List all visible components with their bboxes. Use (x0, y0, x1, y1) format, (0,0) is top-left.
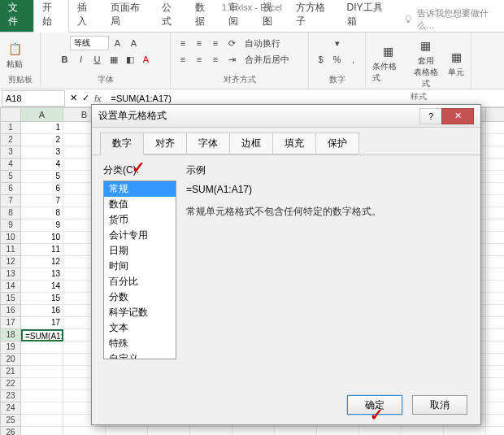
cell[interactable] (21, 402, 63, 415)
tab-file[interactable]: 文件 (0, 0, 33, 32)
cell[interactable] (486, 354, 504, 366)
cell[interactable] (486, 402, 504, 415)
category-item[interactable]: 数值 (104, 197, 176, 212)
enter-formula-icon[interactable]: ✓ (82, 93, 89, 103)
tab-fanggezi[interactable]: 方方格子 (288, 0, 339, 32)
bold-button[interactable]: B (58, 52, 72, 67)
cell[interactable]: 11 (21, 244, 63, 256)
cell[interactable] (317, 427, 359, 435)
cell[interactable]: 8 (21, 207, 63, 220)
cell[interactable] (486, 146, 504, 159)
name-box[interactable] (2, 90, 65, 107)
number-format[interactable]: ▾ (313, 36, 362, 50)
border-button[interactable]: ▦ (106, 52, 121, 67)
cancel-formula-icon[interactable]: ✕ (70, 93, 77, 103)
row-header[interactable]: 4 (0, 159, 21, 171)
cell[interactable] (486, 378, 504, 390)
category-item[interactable]: 自定义 (104, 351, 176, 359)
indent[interactable]: ⇥ (224, 52, 239, 67)
font-color-button[interactable]: A (139, 52, 154, 67)
row-header[interactable]: 7 (0, 195, 21, 207)
cond-format-button[interactable]: ▦ 条件格式 (371, 41, 406, 85)
tab-diy[interactable]: DIY工具箱 (339, 0, 396, 32)
cell[interactable] (148, 427, 190, 435)
row-header[interactable]: 20 (0, 354, 21, 366)
cell[interactable] (486, 134, 504, 146)
merge-center[interactable]: 合并后居中 (241, 52, 293, 67)
cell[interactable] (486, 415, 504, 427)
row-header[interactable]: 21 (0, 366, 21, 378)
cancel-button[interactable]: 取消 (412, 395, 467, 415)
cell[interactable]: 7 (21, 195, 63, 207)
cell[interactable]: 13 (21, 268, 63, 281)
cell[interactable] (486, 281, 504, 293)
row-header[interactable]: 14 (0, 281, 21, 293)
align-center[interactable]: ≡ (192, 52, 206, 67)
cell[interactable] (21, 390, 63, 402)
cell[interactable] (486, 244, 504, 256)
category-list[interactable]: 常规数值货币会计专用日期时间百分比分数科学记数文本特殊自定义 (103, 181, 176, 359)
cell[interactable] (190, 427, 232, 435)
row-header[interactable]: 25 (0, 415, 21, 427)
tab-pagelayout[interactable]: 页面布局 (102, 0, 154, 32)
cell[interactable] (486, 305, 504, 317)
cell[interactable] (21, 341, 63, 354)
dlg-tab-font[interactable]: 字体 (186, 133, 230, 154)
cell[interactable]: 15 (21, 293, 63, 305)
cell[interactable]: 10 (21, 232, 63, 244)
fill-color-button[interactable]: ◧ (123, 52, 137, 67)
row-header[interactable]: 1 (0, 122, 21, 134)
tab-insert[interactable]: 插入 (69, 0, 102, 32)
fx-icon[interactable]: fx (94, 94, 102, 103)
category-item[interactable]: 日期 (104, 243, 176, 259)
align-middle[interactable]: ≡ (192, 36, 206, 50)
cell[interactable] (486, 159, 504, 171)
row-header[interactable]: 22 (0, 378, 21, 390)
cell[interactable] (486, 195, 504, 207)
row-header[interactable]: 19 (0, 341, 21, 354)
wrap-text[interactable]: 自动换行 (241, 36, 285, 50)
row-header[interactable]: 2 (0, 134, 21, 146)
row-header[interactable]: 5 (0, 171, 21, 183)
row-header[interactable]: 17 (0, 317, 21, 329)
paste-button[interactable]: 📋 粘贴 (5, 39, 24, 72)
category-item[interactable]: 特殊 (104, 336, 176, 351)
tab-formulas[interactable]: 公式 (154, 0, 187, 32)
tab-home[interactable]: 开始 (33, 0, 68, 33)
cell[interactable]: 1 (21, 122, 63, 134)
row-header[interactable]: 18 (0, 329, 21, 341)
cell[interactable] (21, 415, 63, 427)
dialog-help-button[interactable]: ? (419, 108, 442, 124)
row-header[interactable]: 10 (0, 232, 21, 244)
cell[interactable] (486, 183, 504, 195)
category-item[interactable]: 时间 (104, 259, 176, 274)
row-header[interactable]: 8 (0, 207, 21, 220)
dialog-close-button[interactable]: ✕ (441, 108, 474, 124)
italic-button[interactable]: I (74, 52, 89, 67)
cell[interactable] (21, 354, 63, 366)
cell[interactable] (486, 329, 504, 341)
cell[interactable] (444, 427, 486, 435)
cell[interactable] (486, 341, 504, 354)
cell[interactable] (486, 122, 504, 134)
row-header[interactable]: 3 (0, 146, 21, 159)
cell[interactable] (106, 427, 148, 435)
align-left[interactable]: ≡ (176, 52, 190, 67)
dlg-tab-fill[interactable]: 填充 (272, 133, 316, 154)
col-header[interactable]: L (486, 107, 504, 122)
currency-button[interactable]: $ (314, 52, 328, 67)
cell[interactable]: 9 (21, 220, 63, 232)
cell[interactable]: 12 (21, 256, 63, 268)
category-item[interactable]: 货币 (104, 212, 176, 228)
cell[interactable] (21, 366, 63, 378)
ok-button[interactable]: 确定 (347, 395, 402, 415)
cell[interactable] (232, 427, 275, 435)
cell-style-button[interactable]: ▦ 单元 (446, 47, 466, 80)
font-size-inc[interactable]: A (111, 36, 125, 50)
cell[interactable] (486, 390, 504, 402)
dialog-titlebar[interactable]: 设置单元格格式 ? ✕ (92, 105, 480, 128)
cell[interactable]: =SUM(A1:A17) (21, 329, 63, 341)
dlg-tab-protect[interactable]: 保护 (315, 133, 359, 154)
category-item[interactable]: 常规 (104, 181, 176, 197)
align-bottom[interactable]: ≡ (208, 36, 223, 50)
